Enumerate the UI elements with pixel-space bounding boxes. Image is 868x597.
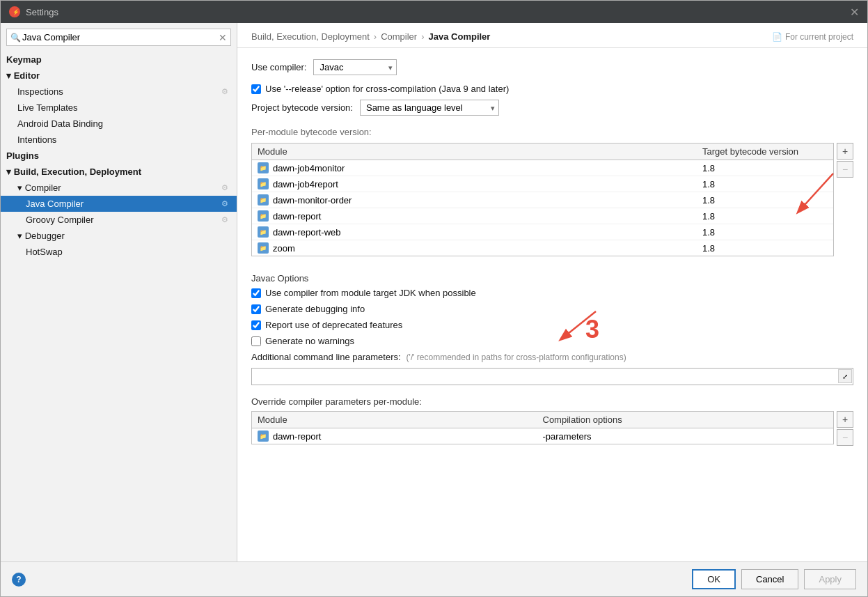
panel-body: Use compiler: Javac Eclipse Ajc Use '--r… <box>237 48 867 561</box>
sidebar-item-inspections[interactable]: Inspections ⚙ <box>1 84 237 100</box>
override-col-module: Module <box>258 414 543 425</box>
table-row: 📁dawn-report 1.8 <box>252 208 833 224</box>
bottom-buttons: OK Cancel Apply <box>692 569 856 589</box>
svg-text:⚡: ⚡ <box>13 8 19 15</box>
project-icon: 📄 <box>772 32 782 42</box>
module-icon: 📁 <box>258 210 269 222</box>
module-icon: 📁 <box>258 431 269 442</box>
use-release-checkbox[interactable] <box>251 84 261 94</box>
module-icon: 📁 <box>258 178 269 189</box>
for-current-project: 📄 For current project <box>772 32 853 42</box>
add-override-button[interactable]: + <box>837 411 853 428</box>
table-row: 📁zoom 1.8 <box>252 240 833 256</box>
option-no-warnings-checkbox[interactable] <box>251 336 261 346</box>
override-col-options: Compilation options <box>543 414 828 425</box>
compiler-select[interactable]: Javac Eclipse Ajc <box>313 59 397 75</box>
option-no-warnings-label: Generate no warnings <box>265 336 354 346</box>
remove-module-button[interactable]: − <box>837 161 853 178</box>
table-row: 📁dawn-job4report 1.8 <box>252 176 833 192</box>
option-report-deprecated-label: Report use of deprecated features <box>265 320 402 330</box>
sidebar-item-groovy-compiler[interactable]: Groovy Compiler ⚙ <box>1 212 237 228</box>
remove-override-button[interactable]: − <box>837 429 853 446</box>
sidebar-item-java-compiler[interactable]: Java Compiler ⚙ <box>1 196 237 212</box>
override-table: Module Compilation options 📁dawn-report … <box>251 411 834 444</box>
sidebar: 🔍 ✕ Keymap ▾ Editor Inspections ⚙ Live T… <box>1 23 237 561</box>
bottom-left: ? <box>12 573 26 587</box>
content-area: 🔍 ✕ Keymap ▾ Editor Inspections ⚙ Live T… <box>1 23 867 561</box>
per-module-table-header: Module Target bytecode version <box>252 144 833 160</box>
breadcrumb-part-1: Build, Execution, Deployment <box>251 31 370 42</box>
use-compiler-label: Use compiler: <box>251 62 306 72</box>
module-icon: 📁 <box>258 242 269 254</box>
main-panel: Build, Execution, Deployment › Compiler … <box>237 23 867 561</box>
override-table-header: Module Compilation options <box>252 412 833 428</box>
settings-icon-groovy-compiler: ⚙ <box>221 215 228 224</box>
col-header-version: Target bytecode version <box>702 146 828 157</box>
bytecode-version-select[interactable]: Same as language level <box>360 100 499 116</box>
search-icon: 🔍 <box>10 33 21 42</box>
breadcrumb-part-2: Compiler <box>381 31 417 42</box>
additional-params-input-wrapper: ⤢ <box>251 368 853 385</box>
breadcrumb-current: Java Compiler <box>429 31 491 42</box>
clear-search-icon[interactable]: ✕ <box>219 32 227 43</box>
sidebar-item-editor[interactable]: ▾ Editor <box>1 68 237 84</box>
expand-input-button[interactable]: ⤢ <box>838 369 852 383</box>
per-module-side-buttons: + − <box>837 143 853 265</box>
option-report-deprecated-checkbox[interactable] <box>251 320 261 330</box>
settings-icon-compiler: ⚙ <box>221 183 228 192</box>
javac-options-title: Javac Options <box>251 273 853 284</box>
table-row: 📁dawn-monitor-order 1.8 <box>252 192 833 208</box>
add-module-button[interactable]: + <box>837 143 853 160</box>
breadcrumb-bar: Build, Execution, Deployment › Compiler … <box>237 23 867 48</box>
compiler-select-wrapper: Javac Eclipse Ajc <box>313 59 397 75</box>
option-use-compiler-from-module: Use compiler from module target JDK when… <box>251 288 853 298</box>
module-icon: 📁 <box>258 226 269 238</box>
option-report-deprecated: Report use of deprecated features <box>251 320 853 330</box>
sidebar-item-keymap[interactable]: Keymap <box>1 52 237 68</box>
table-row[interactable]: 📁dawn-report -parameters <box>252 428 833 444</box>
breadcrumb-sep-1: › <box>374 31 377 42</box>
option-use-compiler-label: Use compiler from module target JDK when… <box>265 288 476 298</box>
sidebar-item-debugger[interactable]: ▾ Debugger <box>1 228 237 244</box>
use-compiler-row: Use compiler: Javac Eclipse Ajc <box>251 59 853 75</box>
ok-button[interactable]: OK <box>692 569 736 589</box>
apply-button[interactable]: Apply <box>804 569 856 589</box>
table-body: 📁dawn-job4monitor 1.8 📁dawn-job4report 1… <box>252 160 833 256</box>
sidebar-item-hotswap[interactable]: HotSwap <box>1 244 237 260</box>
additional-params-input[interactable] <box>251 368 853 385</box>
sidebar-item-compiler[interactable]: ▾ Compiler ⚙ <box>1 180 237 196</box>
option-generate-no-warnings: Generate no warnings 3 <box>251 336 853 346</box>
bottom-bar: ? OK Cancel Apply <box>1 561 867 596</box>
sidebar-item-live-templates[interactable]: Live Templates <box>1 100 237 116</box>
module-icon: 📁 <box>258 194 269 206</box>
option-debugging-info-checkbox[interactable] <box>251 304 261 314</box>
option-use-compiler-checkbox[interactable] <box>251 288 261 298</box>
sidebar-item-intentions[interactable]: Intentions <box>1 132 237 148</box>
table-row: 📁dawn-job4monitor 1.8 <box>252 160 833 176</box>
bytecode-version-wrapper: Same as language level <box>360 100 499 116</box>
app-icon: ⚡ <box>9 6 20 17</box>
sidebar-item-build-execution[interactable]: ▾ Build, Execution, Deployment <box>1 164 237 180</box>
sidebar-item-android-data-binding[interactable]: Android Data Binding <box>1 116 237 132</box>
override-table-container: Module Compilation options 📁dawn-report … <box>251 411 853 453</box>
per-module-table: Module Target bytecode version 📁dawn-job… <box>251 143 834 256</box>
additional-params-hint: ('/' recommended in paths for cross-plat… <box>407 352 626 362</box>
sidebar-item-plugins[interactable]: Plugins <box>1 148 237 164</box>
col-header-module: Module <box>258 146 702 157</box>
settings-icon-java-compiler: ⚙ <box>221 199 228 208</box>
titlebar: ⚡ Settings ✕ <box>1 1 867 23</box>
settings-icon-inspections: ⚙ <box>221 87 228 96</box>
project-bytecode-row: Project bytecode version: Same as langua… <box>251 100 853 116</box>
cancel-button[interactable]: Cancel <box>741 569 798 589</box>
additional-params-label: Additional command line parameters: <box>251 352 401 362</box>
titlebar-left: ⚡ Settings <box>9 6 58 17</box>
table-row: 📁dawn-report-web 1.8 <box>252 224 833 240</box>
close-button[interactable]: ✕ <box>850 6 859 19</box>
help-button[interactable]: ? <box>12 573 26 587</box>
breadcrumb: Build, Execution, Deployment › Compiler … <box>251 31 490 42</box>
additional-params-row: Additional command line parameters: ('/'… <box>251 352 853 362</box>
override-section-title: Override compiler parameters per-module: <box>251 396 853 407</box>
search-box: 🔍 ✕ <box>6 29 231 46</box>
option-debugging-info-label: Generate debugging info <box>265 304 365 314</box>
search-input[interactable] <box>6 29 231 46</box>
